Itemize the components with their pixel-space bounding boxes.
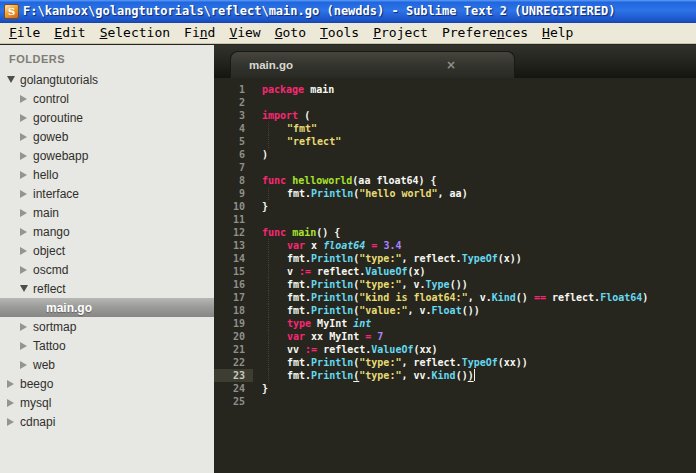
menu-item-tools[interactable]: Tools [313,23,366,43]
tree-item-mysql[interactable]: mysql [0,393,214,412]
menu-item-file[interactable]: File [2,23,47,43]
menu-item-view[interactable]: View [222,23,267,43]
code-text: vv := reflect.ValueOf(xx) [253,343,438,356]
code-line-11[interactable]: 11 [214,213,696,226]
tab-main-go[interactable]: main.go × [230,51,515,78]
code-text: fmt.Println("hello world", aa) [253,187,468,200]
code-line-13[interactable]: 13var x float64 = 3.4 [214,239,696,252]
tab-close-icon[interactable]: × [446,58,456,72]
code-line-12[interactable]: 12func main() { [214,226,696,239]
code-line-18[interactable]: 18fmt.Println("value:", v.Float()) [214,304,696,317]
code-line-25[interactable]: 25 [214,395,696,408]
code-line-14[interactable]: 14fmt.Println("type:", reflect.TypeOf(x)… [214,252,696,265]
code-text: ) [253,148,268,161]
tree-item-control[interactable]: control [0,89,214,108]
line-number: 7 [214,161,253,174]
tree-item-reflect[interactable]: reflect [0,279,214,298]
code-line-6[interactable]: 6) [214,148,696,161]
code-line-17[interactable]: 17fmt.Println("kind is float64:", v.Kind… [214,291,696,304]
tree-item-main[interactable]: main [0,203,214,222]
menu-item-selection[interactable]: Selection [93,23,177,43]
tree-item-web[interactable]: web [0,355,214,374]
folder-collapsed-icon[interactable] [20,209,33,217]
folder-collapsed-icon[interactable] [20,114,33,122]
code-line-21[interactable]: 21vv := reflect.ValueOf(xx) [214,343,696,356]
code-text: fmt.Println("type:", reflect.TypeOf(xx)) [253,356,528,369]
menu-item-edit[interactable]: Edit [47,23,92,43]
tree-item-gowebapp[interactable]: gowebapp [0,146,214,165]
code-line-20[interactable]: 20var xx MyInt = 7 [214,330,696,343]
tree-item-main-go[interactable]: main.go [0,298,214,317]
code-line-24[interactable]: 24} [214,382,696,395]
folder-collapsed-icon[interactable] [20,361,33,369]
tree-item-tattoo[interactable]: Tattoo [0,336,214,355]
code-line-5[interactable]: 5"reflect" [214,135,696,148]
folder-collapsed-icon[interactable] [7,380,20,388]
menu-item-project[interactable]: Project [366,23,435,43]
tree-item-goroutine[interactable]: goroutine [0,108,214,127]
menu-item-goto[interactable]: Goto [268,23,313,43]
indent-guide [268,135,287,148]
tree-item-label: web [33,358,55,372]
folder-collapsed-icon[interactable] [20,171,33,179]
tree-item-sortmap[interactable]: sortmap [0,317,214,336]
tree-item-label: reflect [33,282,66,296]
folder-collapsed-icon[interactable] [7,399,20,407]
folder-collapsed-icon[interactable] [20,323,33,331]
code-text: fmt.Println("value:", v.Float()) [253,304,480,317]
folder-expanded-icon[interactable] [20,285,33,292]
folder-collapsed-icon[interactable] [20,95,33,103]
code-line-22[interactable]: 22fmt.Println("type:", reflect.TypeOf(xx… [214,356,696,369]
code-line-8[interactable]: 8func helloworld(aa float64) { [214,174,696,187]
tree-item-goweb[interactable]: goweb [0,127,214,146]
tree-item-cdnapi[interactable]: cdnapi [0,412,214,431]
tree-item-mango[interactable]: mango [0,222,214,241]
menu-item-help[interactable]: Help [535,23,580,43]
folder-collapsed-icon[interactable] [20,190,33,198]
tree-item-label: cdnapi [20,415,55,429]
tree-item-beego[interactable]: beego [0,374,214,393]
editor-pane: main.go × 1package main23import (4"fmt"5… [214,45,696,473]
line-number: 6 [214,148,253,161]
line-number: 14 [214,252,253,265]
tree-item-interface[interactable]: interface [0,184,214,203]
menu-item-preferences[interactable]: Preferences [435,23,535,43]
code-line-15[interactable]: 15v := reflect.ValueOf(x) [214,265,696,278]
code-line-19[interactable]: 19type MyInt int [214,317,696,330]
window-title: F:\kanbox\golangtutorials\reflect\main.g… [23,0,615,23]
code-line-23[interactable]: 23fmt.Println("type:", vv.Kind()) [214,369,696,382]
titlebar[interactable]: S F:\kanbox\golangtutorials\reflect\main… [0,0,696,23]
code-line-9[interactable]: 9fmt.Println("hello world", aa) [214,187,696,200]
tree-item-golangtutorials[interactable]: golangtutorials [0,70,214,89]
folder-collapsed-icon[interactable] [20,247,33,255]
code-line-4[interactable]: 4"fmt" [214,122,696,135]
code-line-10[interactable]: 10} [214,200,696,213]
menu-item-find[interactable]: Find [177,23,222,43]
tree-item-hello[interactable]: hello [0,165,214,184]
line-number: 15 [214,265,253,278]
code-line-3[interactable]: 3import ( [214,109,696,122]
line-number: 24 [214,382,253,395]
code-line-16[interactable]: 16fmt.Println("type:", v.Type()) [214,278,696,291]
code-area[interactable]: 1package main23import (4"fmt"5"reflect"6… [214,78,696,473]
code-line-1[interactable]: 1package main [214,83,696,96]
folder-expanded-icon[interactable] [7,76,20,83]
folder-collapsed-icon[interactable] [20,266,33,274]
code-text [253,161,262,174]
folder-collapsed-icon[interactable] [7,418,20,426]
tab-label: main.go [249,59,293,71]
folder-collapsed-icon[interactable] [20,133,33,141]
tree-item-label: golangtutorials [20,73,98,87]
tree-item-object[interactable]: object [0,241,214,260]
tree-item-label: goroutine [33,111,83,125]
folder-collapsed-icon[interactable] [20,228,33,236]
code-line-2[interactable]: 2 [214,96,696,109]
code-line-7[interactable]: 7 [214,161,696,174]
tree-item-oscmd[interactable]: oscmd [0,260,214,279]
folder-collapsed-icon[interactable] [20,342,33,350]
code-text: } [253,200,268,213]
indent-guide [268,356,287,369]
folder-collapsed-icon[interactable] [20,152,33,160]
code-text: "reflect" [253,135,341,148]
file-tree: golangtutorialscontrolgoroutinegowebgowe… [0,70,214,431]
